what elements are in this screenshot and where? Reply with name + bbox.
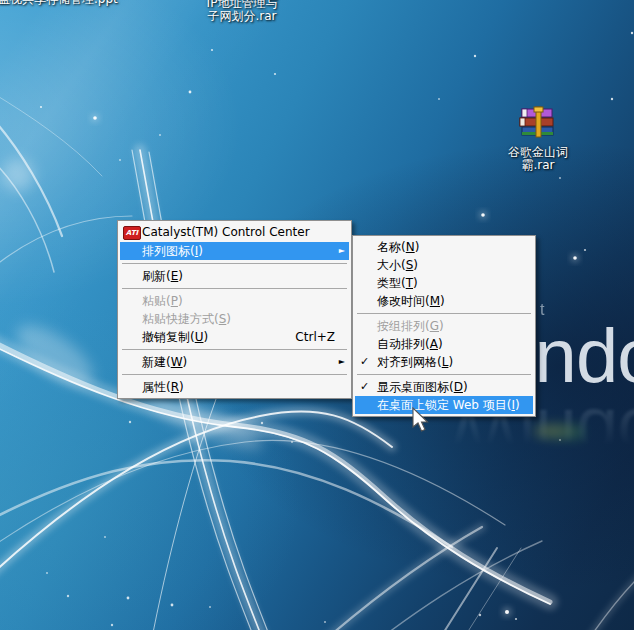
desktop-icon-label-ip-rar[interactable]: IP地址管理与 子网划分.rar <box>196 0 288 23</box>
wallpaper-text-fragment: t <box>540 301 544 319</box>
desktop-icon-label-share[interactable]: 监视共享 <box>0 0 46 6</box>
arrange-icons-submenu: 名称(N) 大小(S) 类型(T) 修改时间(M) 按组排列(G) 自动排列(A… <box>352 235 536 417</box>
checkmark-icon: ✓ <box>360 353 369 371</box>
label-line2: 子网划分.rar <box>196 10 288 23</box>
menu-item-paste: 粘贴(P) <box>120 292 349 310</box>
menu-separator <box>357 313 531 314</box>
submenu-item-group: 按组排列(G) <box>355 317 533 335</box>
submenu-item-size[interactable]: 大小(S) <box>355 256 533 274</box>
label-line2: 霸.rar <box>495 159 581 172</box>
submenu-arrow-icon: ► <box>339 353 345 371</box>
menu-item-arrange-icons[interactable]: 排列图标(I) ► <box>120 242 349 260</box>
desktop-icon-label-rar[interactable]: 谷歌金山词 霸.rar <box>495 146 581 172</box>
menu-item-new[interactable]: 新建(W) ► <box>120 353 349 371</box>
menu-shortcut: Ctrl+Z <box>295 328 335 346</box>
menu-item-label: 自动排列( <box>377 337 430 351</box>
ati-icon: ATI <box>123 226 141 240</box>
menu-item-label: 属性( <box>142 380 171 394</box>
submenu-item-lock-web-items[interactable]: 在桌面上锁定 Web 项目(I) <box>355 396 533 414</box>
menu-item-label: Catalyst(TM) Control Center <box>142 225 310 239</box>
menu-item-label: 类型( <box>377 276 406 290</box>
menu-separator <box>122 263 347 264</box>
menu-separator <box>357 374 531 375</box>
submenu-item-type[interactable]: 类型(T) <box>355 274 533 292</box>
desktop-context-menu: ATI Catalyst(TM) Control Center 排列图标(I) … <box>117 220 352 399</box>
menu-separator <box>122 374 347 375</box>
menu-item-label: 刷新( <box>142 269 171 283</box>
menu-separator <box>122 288 347 289</box>
menu-item-label: 粘贴快捷方式( <box>142 312 219 326</box>
menu-item-undo-copy[interactable]: 撤销复制(U) Ctrl+Z <box>120 328 349 346</box>
menu-item-catalyst-control-center[interactable]: ATI Catalyst(TM) Control Center <box>120 223 349 242</box>
submenu-item-name[interactable]: 名称(N) <box>355 238 533 256</box>
desktop: Windows Windows t 监视共享 存储管理.ppt IP地址管理与 … <box>0 0 634 630</box>
desktop-icon-label-storage-ppt[interactable]: 存储管理.ppt <box>46 0 118 6</box>
submenu-item-show-desktop-icons[interactable]: ✓ 显示桌面图标(D) <box>355 378 533 396</box>
menu-item-label: 在桌面上锁定 Web 项目( <box>377 398 511 412</box>
submenu-item-auto-arrange[interactable]: 自动排列(A) <box>355 335 533 353</box>
submenu-item-modified[interactable]: 修改时间(M) <box>355 292 533 310</box>
submenu-arrow-icon: ► <box>339 242 345 260</box>
submenu-item-align-to-grid[interactable]: ✓ 对齐到网格(L) <box>355 353 533 371</box>
menu-item-label: 修改时间( <box>377 294 430 308</box>
menu-separator <box>122 349 347 350</box>
menu-item-label: 显示桌面图标( <box>377 380 454 394</box>
menu-item-label: 新建( <box>142 355 171 369</box>
menu-item-label: 名称( <box>377 240 406 254</box>
menu-item-paste-shortcut: 粘贴快捷方式(S) <box>120 310 349 328</box>
menu-item-label: 排列图标( <box>142 244 195 258</box>
menu-item-label: 按组排列( <box>377 319 430 333</box>
wallpaper-flag-hint <box>533 418 585 444</box>
menu-item-label: 对齐到网格( <box>377 355 442 369</box>
checkmark-icon: ✓ <box>360 378 369 396</box>
menu-item-label: 粘贴( <box>142 294 171 308</box>
menu-item-refresh[interactable]: 刷新(E) <box>120 267 349 285</box>
menu-item-label: 大小( <box>377 258 406 272</box>
menu-item-properties[interactable]: 属性(R) <box>120 378 349 396</box>
winrar-archive-icon[interactable] <box>519 106 557 140</box>
mouse-cursor <box>411 407 431 435</box>
menu-item-label: 撤销复制( <box>142 330 195 344</box>
